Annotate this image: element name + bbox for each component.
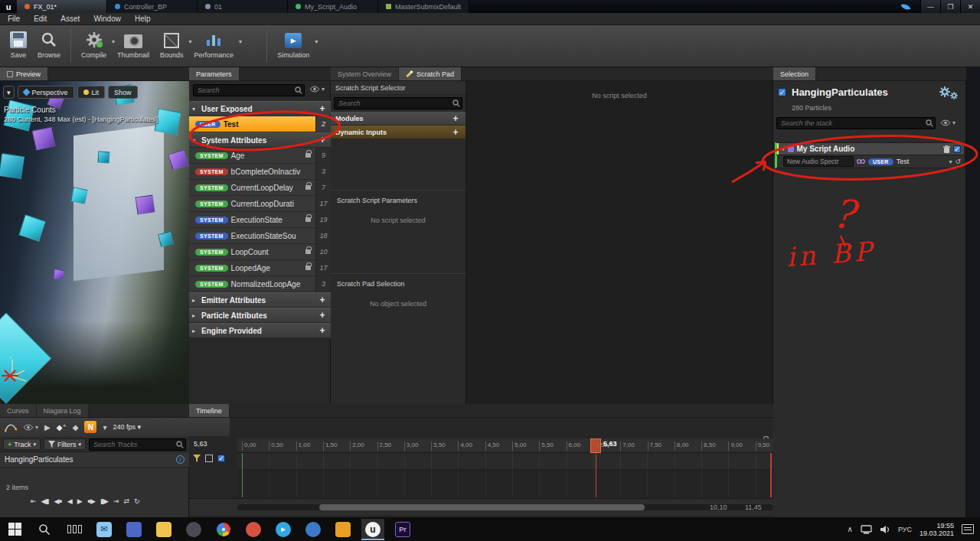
unreal-engine-app[interactable]: u (361, 519, 384, 540)
parameters-search[interactable] (193, 84, 305, 96)
maximize-button[interactable]: ❐ (940, 0, 960, 13)
parameter-row-loopedage[interactable]: SYSTEMLoopedAge17 (189, 260, 331, 276)
jump-to-start-button[interactable]: ⇤ (31, 497, 36, 505)
tab-selection[interactable]: Selection (773, 67, 816, 80)
tab-scratch-pad[interactable]: Scratch Pad (399, 67, 462, 80)
save-button[interactable]: Save (5, 29, 32, 60)
track-color-box[interactable] (205, 455, 213, 462)
parameter-row-executionstatesou[interactable]: SYSTEMExecutionStateSou18 (189, 228, 331, 244)
feedback-quill-icon[interactable] (900, 2, 910, 11)
curve-tool-icon[interactable] (5, 422, 17, 432)
working-range-end[interactable]: 10,10 (710, 504, 727, 511)
tab-niagara-log[interactable]: Niagara Log (37, 404, 89, 417)
minimize-button[interactable]: — (920, 0, 940, 13)
tray-expand-icon[interactable]: ∧ (848, 525, 853, 533)
viewport-options-button[interactable]: ▾ (3, 86, 15, 99)
task-view-button[interactable] (63, 519, 86, 540)
parameter-row-currentloopdelay[interactable]: SYSTEMCurrentLoopDelay7 (189, 180, 331, 196)
bounds-button[interactable]: Bounds ▾ (155, 29, 189, 60)
simulation-dropdown-caret[interactable]: ▾ (315, 38, 318, 45)
module-enabled-checkbox[interactable]: ✓ (953, 145, 961, 153)
app-teal-round[interactable] (302, 519, 325, 540)
reset-to-default-icon[interactable]: ↺ (955, 158, 961, 165)
menu-file[interactable]: File (8, 15, 20, 23)
parameter-row-currentloopdurati[interactable]: SYSTEMCurrentLoopDurati17 (189, 196, 331, 212)
stack-settings-gear-icon[interactable] (939, 86, 959, 101)
add-key-icon[interactable]: ◆⁺ (57, 423, 67, 432)
play-forward-button[interactable]: ▶ (77, 497, 82, 505)
menu-help[interactable]: Help (135, 15, 151, 23)
parameter-row-test[interactable]: USERTest2 (189, 116, 331, 132)
tab-timeline[interactable]: Timeline (189, 404, 230, 417)
timeline-ruler[interactable]: 0,000,501,001,502,002,503,003,504,004,50… (237, 438, 773, 453)
track-search[interactable] (89, 438, 186, 451)
add-parameter-button[interactable]: + (317, 295, 328, 305)
timeline-scrollbar-track[interactable] (237, 504, 773, 510)
parameter-section-system-attributes[interactable]: ▾System Attributes+ (189, 132, 331, 148)
expander-icon[interactable]: ▸ (192, 328, 198, 334)
parameter-section-user-exposed[interactable]: ▾User Exposed+ (189, 101, 331, 116)
menu-window[interactable]: Window (93, 15, 121, 23)
loop-playback-button[interactable]: ↻ (134, 497, 139, 505)
clock[interactable]: 19:55 19.03.2021 (920, 522, 954, 537)
window-tab-fx01[interactable]: FX_01* (17, 0, 107, 13)
window-tab-master-submix[interactable]: MasterSubmixDefault (378, 0, 469, 13)
search-button[interactable] (33, 519, 56, 540)
parameter-section-emitter-attributes[interactable]: ▸Emitter Attributes+ (189, 292, 331, 308)
add-dynamic-input-button[interactable]: + (450, 127, 461, 138)
volume-icon[interactable] (880, 525, 890, 534)
preview-viewport[interactable]: ▾ Perspective Lit Show Particle Counts 2… (0, 81, 189, 404)
app-orange-tile[interactable] (332, 519, 354, 540)
step-forward-frame-button[interactable]: ●▶ (87, 497, 95, 505)
track-enabled-checkbox[interactable]: ✓ (217, 455, 225, 462)
module-my-script-audio[interactable]: ▾ My Script Audio ✓ (775, 142, 965, 155)
language-indicator[interactable]: РУС (898, 526, 912, 533)
delete-module-icon[interactable] (943, 145, 950, 153)
curve-visibility-dropdown[interactable]: ▾ (23, 424, 38, 431)
fps-display[interactable]: 240 fps ▾ (113, 423, 141, 431)
info-icon[interactable]: i (176, 455, 185, 464)
tab-system-overview[interactable]: System Overview (331, 67, 399, 80)
thumbnail-button[interactable]: Thumbnail (112, 29, 155, 60)
playhead-line[interactable] (596, 453, 596, 497)
current-time-display[interactable]: 5,63 (194, 440, 207, 448)
playback-range-button[interactable]: ⇄ (123, 497, 129, 505)
expander-icon[interactable]: ▸ (192, 297, 198, 304)
scratch-search[interactable] (334, 97, 462, 109)
key-icon[interactable]: ◆ (73, 423, 79, 432)
performance-button[interactable]: Performance ▾ (189, 29, 240, 60)
menu-asset[interactable]: Asset (60, 15, 80, 23)
menu-edit[interactable]: Edit (34, 15, 47, 23)
add-parameter-button[interactable]: + (317, 325, 328, 336)
parameter-row-executionstate[interactable]: SYSTEMExecutionState19 (189, 212, 331, 228)
module-input-row[interactable]: New Audio Spectr USER Test ▾ ↺ (775, 155, 965, 168)
performance-dropdown-caret[interactable]: ▾ (239, 38, 242, 45)
stack-search-input[interactable] (776, 117, 936, 129)
modules-group-header[interactable]: Modules+ (331, 112, 466, 125)
expander-icon[interactable]: ▾ (782, 146, 785, 152)
scratch-search-input[interactable] (334, 97, 462, 109)
notification-center-icon[interactable] (962, 524, 974, 534)
start-button[interactable] (3, 519, 26, 540)
stack-view-options[interactable]: ▾ (940, 119, 956, 126)
track-search-input[interactable] (89, 438, 186, 451)
parameter-row-normalizedloopage[interactable]: SYSTEMNormalizedLoopAge3 (189, 276, 331, 292)
add-parameter-button[interactable]: + (317, 135, 328, 145)
add-parameter-button[interactable]: + (317, 103, 328, 114)
perspective-button[interactable]: Perspective (18, 86, 74, 99)
parameter-row-loopcount[interactable]: SYSTEMLoopCount10 (189, 244, 331, 260)
window-tab-controller-bp[interactable]: Controller_BP (107, 0, 198, 13)
tab-parameters[interactable]: Parameters (189, 67, 240, 80)
window-tab-my-script-audio[interactable]: My_Script_Audio (288, 0, 378, 13)
tab-preview[interactable]: Preview (0, 67, 48, 80)
parameter-row-age[interactable]: SYSTEMAge9 (189, 148, 331, 164)
app-red-round[interactable] (242, 519, 265, 540)
expander-icon[interactable]: ▾ (192, 137, 198, 144)
close-button[interactable]: ✕ (960, 0, 980, 13)
parameter-row-bcompleteoninactiv[interactable]: SYSTEMbCompleteOnInactiv3 (189, 164, 331, 180)
track-filter-icon[interactable] (193, 455, 201, 462)
tab-curves[interactable]: Curves (0, 404, 37, 417)
play-reverse-button[interactable]: ◀ (67, 497, 72, 505)
lit-button[interactable]: Lit (77, 86, 106, 99)
window-tab-01[interactable]: 01 (198, 0, 288, 13)
